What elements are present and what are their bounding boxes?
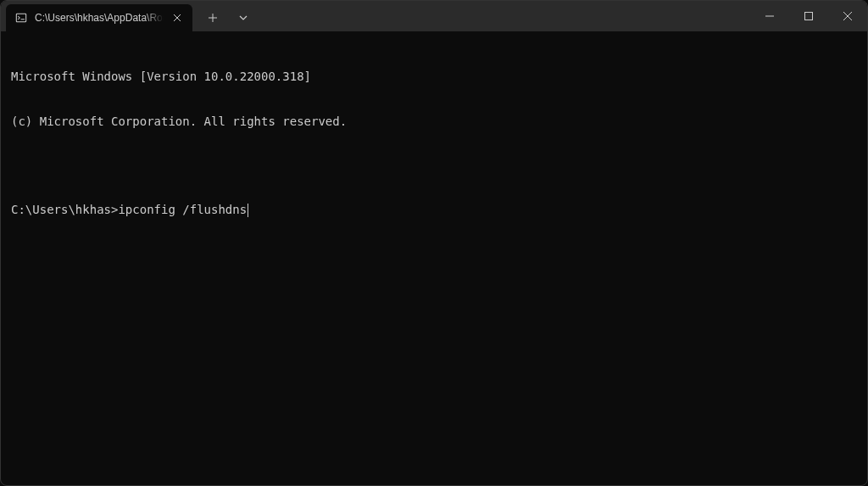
text-cursor [248, 204, 248, 217]
terminal-output[interactable]: Microsoft Windows [Version 10.0.22000.31… [1, 31, 867, 241]
tab-close-button[interactable] [170, 11, 184, 25]
command-input[interactable]: ipconfig /flushdns [118, 203, 247, 218]
svg-rect-1 [805, 13, 813, 20]
close-button[interactable] [828, 1, 867, 31]
minimize-button[interactable] [750, 1, 789, 31]
prompt-line: C:\Users\hkhas>ipconfig /flushdns [11, 203, 857, 218]
output-line: Microsoft Windows [Version 10.0.22000.31… [11, 70, 857, 85]
terminal-icon [14, 11, 28, 25]
tab-dropdown-button[interactable] [230, 4, 257, 31]
svg-rect-0 [16, 14, 25, 22]
tab-active[interactable]: C:\Users\hkhas\AppData\Roami [6, 4, 192, 31]
tab-title: C:\Users\hkhas\AppData\Roami [35, 12, 164, 24]
prompt-text: C:\Users\hkhas> [11, 203, 118, 218]
maximize-button[interactable] [789, 1, 828, 31]
tab-controls [192, 4, 257, 31]
output-line: (c) Microsoft Corporation. All rights re… [11, 115, 857, 130]
blank-line [11, 159, 857, 173]
titlebar: C:\Users\hkhas\AppData\Roami [1, 1, 867, 31]
tab-area: C:\Users\hkhas\AppData\Roami [1, 1, 750, 31]
new-tab-button[interactable] [199, 4, 226, 31]
window-controls [750, 1, 867, 31]
